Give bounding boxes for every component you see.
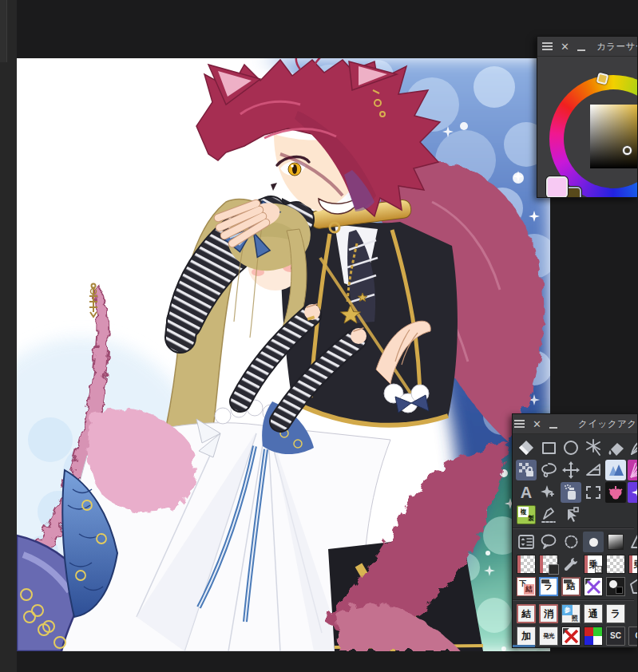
screen-blend-label: SC (610, 632, 621, 640)
shape-clipped-button[interactable] (628, 576, 638, 597)
pentagon-icon (628, 577, 638, 596)
clipped-dark-button[interactable]: C (628, 626, 638, 646)
drawing-canvas[interactable] (17, 58, 550, 651)
panel-close-icon[interactable]: ✕ (561, 42, 569, 52)
move-tool-button[interactable] (561, 460, 581, 480)
gradient-icon (608, 534, 624, 550)
merge-down-icon: 下 結 (517, 577, 536, 596)
balloon-tool-button[interactable] (538, 532, 559, 552)
merge-down-button[interactable]: 下 結 (516, 576, 537, 597)
balloon-icon (539, 532, 558, 551)
clear-layer-red-button[interactable] (561, 626, 581, 646)
folder-ra-button[interactable]: ラ (538, 576, 559, 597)
multiply-label-2: 乗 (634, 559, 638, 571)
rgb-channels-button[interactable] (583, 626, 604, 646)
panel-menu-icon[interactable] (514, 420, 525, 428)
pen-nib-icon (628, 438, 638, 457)
screen-blend-icon: SC (606, 627, 625, 646)
move-icon (561, 461, 581, 480)
color-panel-header[interactable]: ✕ カラーサークル (537, 37, 637, 57)
reference-button[interactable]: 参 照 (561, 603, 581, 624)
magic-wand-button[interactable] (583, 437, 604, 458)
plain-transparent-button[interactable] (605, 554, 626, 575)
polyline-select-button[interactable] (583, 460, 604, 480)
star-brush-icon (628, 483, 638, 502)
gradient-tool-button[interactable] (605, 532, 626, 552)
panel-close-icon[interactable]: ✕ (533, 419, 541, 429)
rectangle-tool-button[interactable] (538, 437, 559, 458)
sparkle-brush-button[interactable] (538, 482, 559, 503)
grid-separator (513, 528, 634, 529)
fluff-brush-button[interactable] (605, 482, 626, 503)
transparent-copy-button[interactable] (538, 554, 559, 575)
checker-fold-icon (539, 555, 558, 574)
ray-brush-button[interactable] (628, 460, 638, 480)
panel-minimize-icon[interactable] (549, 427, 557, 429)
dashed-blob-icon (561, 532, 581, 551)
sv-cursor[interactable] (623, 146, 632, 155)
dot-brush-button[interactable] (583, 532, 604, 552)
selection-pen-button[interactable] (561, 532, 581, 552)
glow-blend-button[interactable]: 発光 (538, 626, 559, 646)
saturation-value-box[interactable] (590, 105, 637, 168)
stitch-pen-button[interactable] (538, 504, 559, 525)
magic-wand-icon (584, 438, 603, 457)
lock-transparent-button[interactable] (516, 460, 537, 480)
color-panel-body: 79 65 (537, 57, 637, 198)
color-panel-title: カラーサークル (596, 41, 637, 53)
duplicate-icon: 複 製 (517, 505, 536, 524)
eraser-tool-button[interactable] (516, 437, 537, 458)
triangle-icon (628, 532, 638, 551)
add-blend-button[interactable]: 加 (516, 626, 537, 646)
foreground-color-swatch[interactable] (546, 176, 568, 198)
quick-access-header[interactable]: ✕ クイックアクセス (513, 414, 637, 434)
rasterize-button[interactable]: ラ (605, 603, 626, 624)
star-brush-button[interactable] (628, 482, 638, 503)
watercolor-brush-icon (606, 461, 625, 480)
text-tool-button[interactable]: A (516, 482, 537, 503)
fluff-brush-icon (606, 483, 625, 502)
fill-bucket-button[interactable] (605, 437, 626, 458)
watercolor-brush-button[interactable] (605, 460, 626, 480)
combine-button[interactable]: 結 (516, 603, 537, 624)
erase-button[interactable]: 消 (538, 603, 559, 624)
reference-icon: 参 照 (561, 604, 581, 623)
grid-separator (513, 599, 634, 601)
color-circle-panel: ✕ カラーサークル 79 65 (537, 36, 638, 198)
airbrush-tool-button[interactable] (561, 482, 581, 503)
app-window: ✕ カラーサークル 79 65 ✕ (0, 0, 638, 672)
triangle-tool-button[interactable] (628, 532, 638, 552)
panel-menu-icon[interactable] (542, 42, 553, 50)
normal-blend-button[interactable]: 通 (583, 603, 604, 624)
ray-brush-icon (628, 461, 638, 480)
pen-nib-button[interactable] (628, 437, 638, 458)
screen-blend-button[interactable]: SC (605, 626, 626, 646)
mask-dot-button[interactable] (605, 576, 626, 597)
object-select-icon (561, 505, 581, 524)
ellipse-tool-button[interactable] (561, 437, 581, 458)
checker-plain-icon (606, 555, 625, 574)
marquee-select-button[interactable] (583, 482, 604, 503)
panel-resize-accent[interactable] (513, 645, 535, 647)
multiply-blend-button-2[interactable]: 乗 (628, 554, 638, 575)
add-blend-icon: 加 (517, 627, 536, 646)
window-left-segment (0, 0, 7, 62)
glow-blend-label: 発光 (543, 633, 554, 639)
duplicate-layer-button[interactable]: 複 製 (516, 504, 537, 525)
folder-ra-icon: ラ (539, 577, 558, 596)
multiply-checker (595, 566, 602, 573)
object-select-button[interactable] (561, 504, 581, 525)
multiply-blend-button[interactable]: 乗 (583, 554, 604, 575)
folder-combine-icon: 結 (561, 577, 581, 596)
normal-blend-icon: 通 (584, 604, 603, 623)
clear-layer-purple-button[interactable] (583, 576, 604, 597)
layer-list-button[interactable] (516, 532, 537, 552)
folder-combine-button[interactable]: 結 (561, 576, 581, 597)
panel-minimize-icon[interactable] (577, 49, 585, 51)
glow-blend-icon: 発光 (539, 627, 558, 646)
settings-wrench-button[interactable] (561, 554, 581, 575)
transparent-layer-button[interactable] (516, 554, 537, 575)
multiply-icon: 乗 (584, 555, 603, 574)
lasso-tool-button[interactable] (538, 460, 559, 480)
merge-down-label-bottom: 結 (525, 584, 533, 595)
